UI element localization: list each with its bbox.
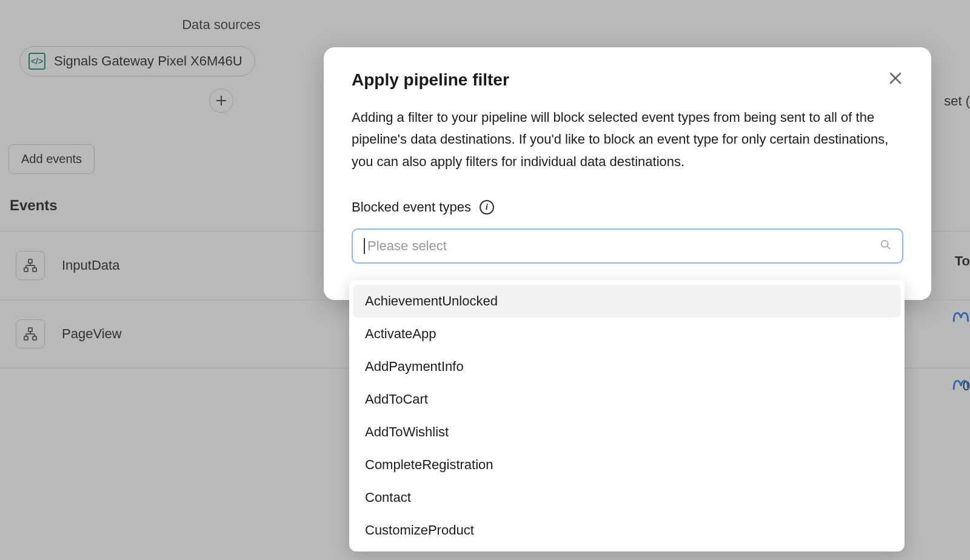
blocked-events-select-input[interactable]: Please select: [352, 228, 903, 264]
info-icon[interactable]: i: [480, 200, 494, 215]
dropdown-item-activateapp[interactable]: ActivateApp: [353, 318, 901, 350]
dropdown-item-customizeproduct[interactable]: CustomizeProduct: [353, 514, 901, 547]
select-placeholder: Please select: [367, 238, 447, 254]
event-types-dropdown: AchievementUnlocked ActivateApp AddPayme…: [349, 280, 905, 552]
blocked-event-types-label: Blocked event types: [352, 199, 471, 215]
modal-description: Adding a filter to your pipeline will bl…: [352, 107, 903, 173]
dropdown-item-completeregistration[interactable]: CompleteRegistration: [353, 448, 901, 481]
dropdown-item-addpaymentinfo[interactable]: AddPaymentInfo: [353, 350, 901, 383]
dropdown-item-achievementunlocked[interactable]: AchievementUnlocked: [353, 285, 901, 318]
modal-title: Apply pipeline filter: [352, 70, 509, 90]
dropdown-item-addtowishlist[interactable]: AddToWishlist: [353, 416, 901, 448]
dropdown-item-addtocart[interactable]: AddToCart: [353, 383, 901, 416]
text-cursor: [364, 238, 365, 254]
close-button[interactable]: [888, 70, 903, 88]
dropdown-item-contact[interactable]: Contact: [353, 481, 901, 514]
close-icon: [889, 72, 902, 85]
svg-point-18: [881, 241, 888, 247]
pipeline-filter-modal: Apply pipeline filter Adding a filter to…: [324, 47, 931, 300]
svg-line-19: [888, 247, 891, 250]
search-icon: [880, 238, 891, 254]
